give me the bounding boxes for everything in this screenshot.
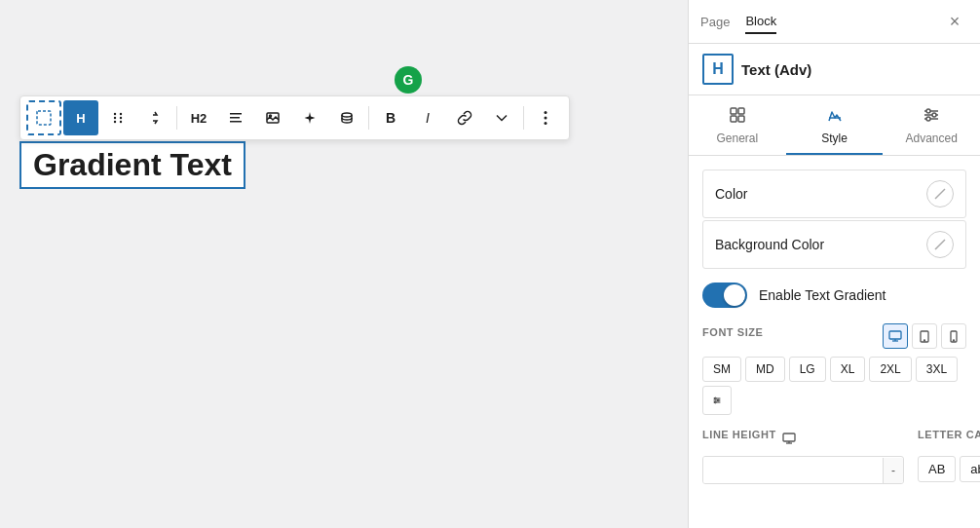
tab-style[interactable]: Style — [786, 95, 884, 155]
svg-point-34 — [954, 340, 955, 341]
select-icon — [35, 109, 53, 127]
mobile-icon-button[interactable] — [941, 323, 966, 349]
toggle-row: Enable Text Gradient — [702, 283, 966, 308]
selected-block[interactable]: Gradient Text — [19, 141, 245, 189]
svg-point-3 — [114, 121, 116, 123]
size-3xl-button[interactable]: 3XL — [916, 357, 958, 382]
block-h-icon: H — [702, 54, 734, 85]
color-picker-icon[interactable] — [926, 180, 954, 207]
line-height-letter-case-section: LINE HEIGHT - LETTER CASE AB ab — [702, 429, 966, 484]
image-button[interactable] — [255, 100, 290, 135]
size-lg-button[interactable]: LG — [789, 357, 826, 382]
link-button[interactable] — [447, 100, 482, 135]
canvas-area: G H H2 — [0, 0, 688, 528]
letter-case-label-row: LETTER CASE — [918, 429, 980, 448]
svg-point-24 — [932, 113, 936, 117]
chevron-down-icon — [495, 111, 509, 125]
image-icon — [265, 110, 281, 126]
db-icon — [339, 110, 355, 126]
separator-2 — [368, 106, 369, 130]
select-mode-button[interactable] — [26, 100, 61, 135]
size-md-button[interactable]: MD — [745, 357, 785, 382]
heading-level-button[interactable]: H2 — [181, 100, 216, 135]
bg-color-picker-icon[interactable] — [926, 231, 954, 258]
tab-block[interactable]: Block — [745, 10, 776, 34]
letter-case-section: LETTER CASE AB ab Ab - — [918, 429, 980, 484]
svg-point-6 — [120, 121, 122, 123]
svg-rect-0 — [37, 111, 51, 125]
block-content-wrapper: Gradient Text — [19, 141, 668, 189]
letter-case-label: LETTER CASE — [918, 429, 980, 440]
enable-gradient-toggle[interactable] — [702, 283, 747, 308]
move-icon — [147, 110, 163, 126]
align-button[interactable] — [218, 100, 253, 135]
general-icon — [728, 105, 747, 128]
align-icon — [228, 110, 244, 126]
size-custom-button[interactable] — [702, 386, 732, 415]
svg-point-1 — [114, 113, 116, 115]
color-row[interactable]: Color — [702, 170, 966, 218]
drag-handle-button[interactable] — [100, 100, 135, 135]
block-h-button[interactable]: H — [63, 100, 98, 135]
svg-rect-19 — [738, 116, 744, 122]
case-upper-button[interactable]: AB — [918, 456, 956, 482]
more-button[interactable] — [484, 100, 519, 135]
style-icon — [825, 105, 845, 128]
desktop-icon-button[interactable] — [883, 323, 908, 349]
size-xl-button[interactable]: XL — [830, 357, 866, 382]
tab-general[interactable]: General — [689, 95, 786, 155]
line-height-unit: - — [883, 458, 903, 483]
nav-tabs: General Style Advanced — [689, 95, 980, 156]
advanced-icon — [922, 105, 941, 128]
panel-header: Page Block × — [689, 0, 980, 44]
tab-page[interactable]: Page — [700, 11, 730, 33]
svg-point-5 — [120, 117, 122, 119]
font-size-header: FONT SIZE — [702, 323, 966, 349]
svg-point-38 — [714, 397, 716, 399]
toggle-label: Enable Text Gradient — [759, 287, 886, 303]
options-button[interactable] — [528, 100, 563, 135]
tab-advanced[interactable]: Advanced — [883, 95, 980, 155]
svg-point-4 — [120, 113, 122, 115]
device-icons-group — [883, 323, 966, 349]
line-height-input-row: - — [702, 456, 904, 484]
case-lower-button[interactable]: ab — [960, 456, 980, 482]
size-sm-button[interactable]: SM — [702, 357, 741, 382]
svg-point-23 — [926, 109, 930, 113]
svg-point-25 — [926, 117, 930, 121]
gradient-text-heading: Gradient Text — [33, 147, 232, 183]
block-toolbar: H H2 — [19, 95, 570, 140]
sparkle-icon — [302, 110, 318, 126]
bg-color-label: Background Color — [715, 237, 824, 252]
size-2xl-button[interactable]: 2XL — [869, 357, 911, 382]
svg-rect-28 — [889, 331, 901, 339]
move-button[interactable] — [137, 100, 172, 135]
close-panel-button[interactable]: × — [941, 8, 968, 35]
block-title-bar: H Text (Adv) — [689, 44, 980, 95]
svg-rect-7 — [230, 113, 242, 115]
font-size-label: FONT SIZE — [702, 326, 763, 338]
size-buttons-group: SM MD LG XL 2XL 3XL — [702, 357, 966, 415]
drag-icon — [110, 110, 126, 126]
italic-button[interactable]: I — [410, 100, 445, 135]
svg-rect-9 — [230, 121, 242, 123]
svg-point-12 — [342, 113, 352, 117]
svg-point-14 — [545, 117, 547, 120]
sliders-icon — [713, 394, 721, 407]
svg-rect-16 — [731, 108, 736, 114]
db-button[interactable] — [329, 100, 364, 135]
svg-rect-8 — [230, 117, 240, 119]
sparkle-button[interactable] — [292, 100, 327, 135]
line-height-section: LINE HEIGHT - — [702, 429, 904, 484]
svg-rect-17 — [738, 108, 744, 114]
right-panel: Page Block × H Text (Adv) General — [688, 0, 980, 528]
mobile-icon — [950, 330, 958, 343]
line-height-input[interactable] — [703, 457, 883, 483]
bold-button[interactable]: B — [373, 100, 408, 135]
panel-top-tabs: Page Block — [700, 10, 776, 34]
separator-3 — [523, 106, 524, 130]
line-height-device-icon — [782, 433, 796, 444]
tablet-icon-button[interactable] — [912, 323, 937, 349]
separator-1 — [176, 106, 177, 130]
background-color-row[interactable]: Background Color — [702, 220, 966, 269]
